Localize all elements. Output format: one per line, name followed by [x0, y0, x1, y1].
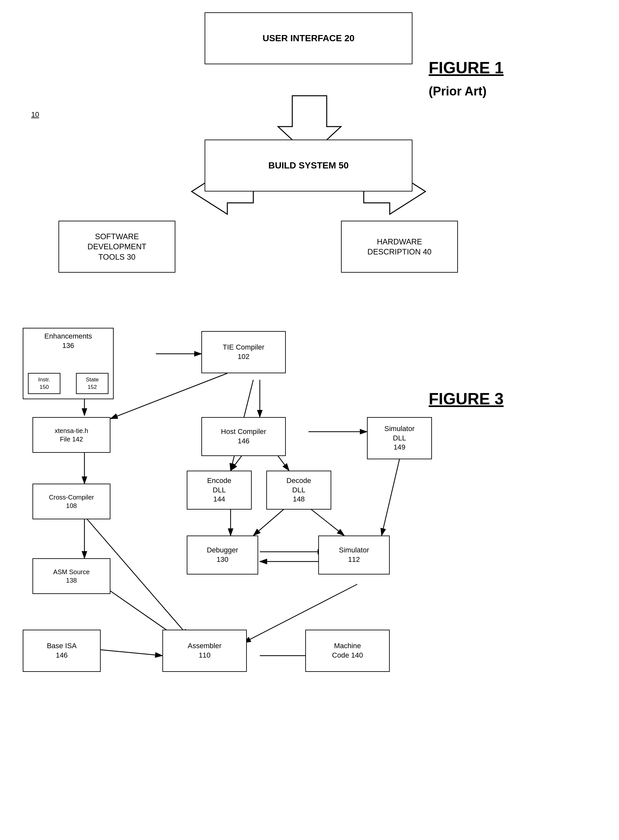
box-decode-dll: DecodeDLL148 [266, 471, 331, 510]
box-hardware-desc: HARDWAREDESCRIPTION 40 [341, 221, 458, 273]
box-host-compiler: Host Compiler146 [201, 417, 286, 456]
box-state: State152 [76, 373, 108, 394]
box-asm-source: ASM Source138 [33, 558, 111, 594]
box-user-interface: USER INTERFACE 20 [205, 12, 413, 64]
diagram-container: 10 USER INTERFACE 20 BUILD SYSTEM 50 SOF… [0, 0, 619, 840]
fig3-asm-to-assembler [101, 584, 175, 636]
box-software-tools: SOFTWAREDEVELOPMENTTOOLS 30 [58, 221, 175, 273]
ref-label-10: 10 [31, 110, 39, 119]
figure1-label: FIGURE 1 [429, 58, 504, 77]
box-cross-compiler: Cross-Compiler108 [33, 483, 111, 519]
box-tie-compiler: TIE Compiler102 [201, 331, 286, 373]
fig3-simdll-to-sim [381, 459, 399, 536]
box-enhancements: Enhancements136 Instr.150 State152 [23, 328, 114, 399]
box-machine-code: MachineCode 140 [305, 630, 390, 672]
box-simulator-dll: SimulatorDLL149 [367, 417, 432, 459]
fig3-baseisa-to-assembler [94, 649, 162, 656]
box-simulator: Simulator112 [318, 536, 390, 574]
fig3-tie-to-xtensa [111, 373, 227, 419]
figure1-subtitle: (Prior Art) [429, 84, 486, 98]
box-encode-dll: EncodeDLL144 [187, 471, 252, 510]
box-build-system: BUILD SYSTEM 50 [205, 140, 413, 191]
enhancements-label: Enhancements136 [27, 332, 110, 350]
box-debugger: Debugger130 [187, 536, 258, 574]
box-xtensa-file: xtensa-tie.hFile 142 [33, 417, 111, 453]
box-assembler: Assembler110 [162, 630, 247, 672]
box-base-isa: Base ISA146 [23, 630, 101, 672]
figure3-label: FIGURE 3 [429, 389, 504, 408]
box-instr: Instr.150 [28, 373, 60, 394]
